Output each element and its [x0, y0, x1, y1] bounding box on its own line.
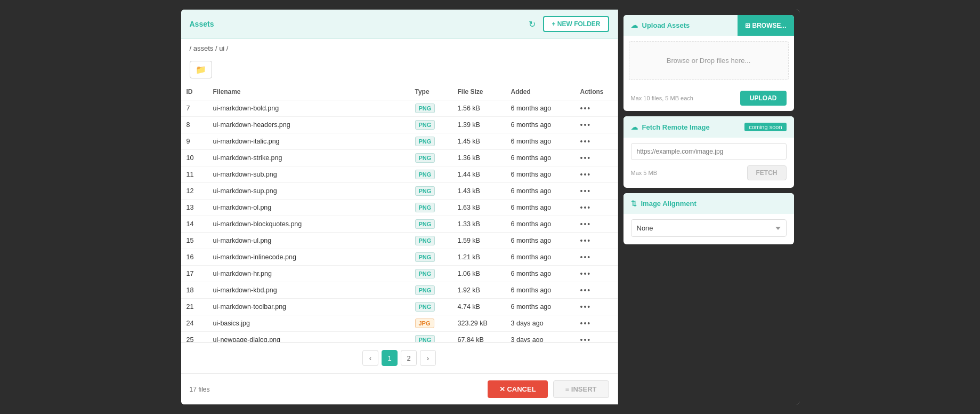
row-actions-menu[interactable]: ••• [580, 336, 592, 342]
bottom-bar: 17 files ✕ CANCEL ≡ INSERT [181, 373, 618, 404]
table-row[interactable]: 13 ui-markdown-ol.png PNG 1.63 kB 6 mont… [181, 200, 618, 216]
upload-max-info: Max 10 files, 5 MB each [631, 95, 693, 101]
cell-size: 1.44 kB [452, 166, 506, 183]
table-row[interactable]: 12 ui-markdown-sup.png PNG 1.43 kB 6 mon… [181, 183, 618, 200]
table-row[interactable]: 8 ui-markdown-headers.png PNG 1.39 kB 6 … [181, 117, 618, 133]
browse-button[interactable]: ⊞ BROWSE... [738, 15, 793, 36]
cell-added: 6 months ago [506, 133, 575, 150]
table-row[interactable]: 18 ui-markdown-kbd.png PNG 1.92 kB 6 mon… [181, 282, 618, 299]
upload-assets-label: Upload Assets [642, 21, 690, 29]
cell-id: 14 [181, 216, 208, 233]
cell-filename: ui-markdown-bold.png [208, 100, 410, 117]
modal-container: Assets ↻ + NEW FOLDER / assets / ui / 📁 … [181, 10, 799, 404]
table-row[interactable]: 24 ui-basics.jpg JPG 323.29 kB 3 days ag… [181, 315, 618, 332]
cell-added: 6 months ago [506, 150, 575, 166]
cell-type: PNG [410, 332, 452, 343]
table-row[interactable]: 10 ui-markdown-strike.png PNG 1.36 kB 6 … [181, 150, 618, 166]
new-folder-button[interactable]: + NEW FOLDER [543, 16, 609, 32]
cell-size: 67.84 kB [452, 332, 506, 343]
row-actions-menu[interactable]: ••• [580, 319, 592, 328]
row-actions-menu[interactable]: ••• [580, 121, 592, 129]
insert-button[interactable]: ≡ INSERT [553, 380, 609, 398]
cell-id: 15 [181, 233, 208, 249]
col-header-added: Added [506, 84, 575, 100]
cell-size: 1.21 kB [452, 249, 506, 266]
cell-id: 11 [181, 166, 208, 183]
row-actions-menu[interactable]: ••• [580, 220, 592, 228]
page-1-button[interactable]: 1 [382, 350, 398, 366]
cell-type: PNG [410, 166, 452, 183]
cell-filename: ui-markdown-toolbar.png [208, 299, 410, 315]
table-row[interactable]: 9 ui-markdown-italic.png PNG 1.45 kB 6 m… [181, 133, 618, 150]
row-actions-menu[interactable]: ••• [580, 170, 592, 179]
type-badge: PNG [415, 186, 435, 196]
cell-size: 1.06 kB [452, 266, 506, 282]
alignment-select[interactable]: None Left Center Right [631, 219, 787, 237]
row-actions-menu[interactable]: ••• [580, 137, 592, 146]
file-table: ID Filename Type File Size Added Actions… [181, 84, 618, 342]
col-header-actions: Actions [575, 84, 618, 100]
cell-id: 25 [181, 332, 208, 343]
cell-added: 6 months ago [506, 117, 575, 133]
page-2-button[interactable]: 2 [401, 350, 417, 366]
right-panel: ☁ Upload Assets ⊞ BROWSE... Browse or Dr… [618, 10, 799, 404]
cell-filename: ui-basics.jpg [208, 315, 410, 332]
cell-filename: ui-markdown-kbd.png [208, 282, 410, 299]
row-actions-menu[interactable]: ••• [580, 286, 592, 294]
table-row[interactable]: 16 ui-markdown-inlinecode.png PNG 1.21 k… [181, 249, 618, 266]
row-actions-menu[interactable]: ••• [580, 236, 592, 245]
fetch-button[interactable]: FETCH [747, 165, 787, 180]
cell-id: 17 [181, 266, 208, 282]
type-badge: PNG [415, 203, 435, 212]
cell-size: 4.74 kB [452, 299, 506, 315]
row-actions-menu[interactable]: ••• [580, 203, 592, 212]
row-actions-menu[interactable]: ••• [580, 154, 592, 162]
table-row[interactable]: 25 ui-newpage-dialog.png PNG 67.84 kB 3 … [181, 332, 618, 343]
type-badge: PNG [415, 120, 435, 130]
bottom-actions: ✕ CANCEL ≡ INSERT [488, 380, 609, 398]
type-badge: PNG [415, 104, 435, 113]
row-actions-menu[interactable]: ••• [580, 187, 592, 195]
drop-zone[interactable]: Browse or Drop files here... [629, 41, 789, 80]
table-row[interactable]: 7 ui-markdown-bold.png PNG 1.56 kB 6 mon… [181, 100, 618, 117]
cell-filename: ui-markdown-ul.png [208, 233, 410, 249]
cell-actions: ••• [575, 100, 618, 117]
upload-assets-button[interactable]: ☁ Upload Assets [623, 15, 738, 36]
breadcrumb: / assets / ui / [181, 39, 618, 58]
cell-type: PNG [410, 249, 452, 266]
cell-actions: ••• [575, 315, 618, 332]
cell-added: 6 months ago [506, 216, 575, 233]
prev-page-button[interactable]: ‹ [362, 350, 378, 366]
next-page-button[interactable]: › [420, 350, 436, 366]
cell-actions: ••• [575, 133, 618, 150]
table-row[interactable]: 14 ui-markdown-blockquotes.png PNG 1.33 … [181, 216, 618, 233]
table-row[interactable]: 17 ui-markdown-hr.png PNG 1.06 kB 6 mont… [181, 266, 618, 282]
fetch-url-input[interactable] [631, 143, 787, 160]
cell-id: 10 [181, 150, 208, 166]
type-badge: PNG [415, 137, 435, 146]
cell-added: 3 days ago [506, 332, 575, 343]
cancel-button[interactable]: ✕ CANCEL [488, 380, 548, 398]
table-row[interactable]: 21 ui-markdown-toolbar.png PNG 4.74 kB 6… [181, 299, 618, 315]
cell-type: PNG [410, 299, 452, 315]
new-folder-icon-button[interactable]: 📁 [190, 61, 212, 78]
row-actions-menu[interactable]: ••• [580, 104, 592, 113]
table-row[interactable]: 11 ui-markdown-sub.png PNG 1.44 kB 6 mon… [181, 166, 618, 183]
cell-id: 21 [181, 299, 208, 315]
cell-actions: ••• [575, 166, 618, 183]
row-actions-menu[interactable]: ••• [580, 253, 592, 261]
cell-filename: ui-markdown-blockquotes.png [208, 216, 410, 233]
fetch-title-label: Fetch Remote Image [642, 123, 710, 131]
type-badge: PNG [415, 302, 435, 312]
row-actions-menu[interactable]: ••• [580, 302, 592, 311]
cell-size: 1.39 kB [452, 117, 506, 133]
cell-actions: ••• [575, 332, 618, 343]
cell-type: PNG [410, 133, 452, 150]
cell-actions: ••• [575, 200, 618, 216]
cell-added: 6 months ago [506, 183, 575, 200]
upload-button[interactable]: UPLOAD [740, 91, 787, 106]
cell-id: 8 [181, 117, 208, 133]
table-row[interactable]: 15 ui-markdown-ul.png PNG 1.59 kB 6 mont… [181, 233, 618, 249]
refresh-button[interactable]: ↻ [527, 17, 538, 31]
row-actions-menu[interactable]: ••• [580, 269, 592, 278]
